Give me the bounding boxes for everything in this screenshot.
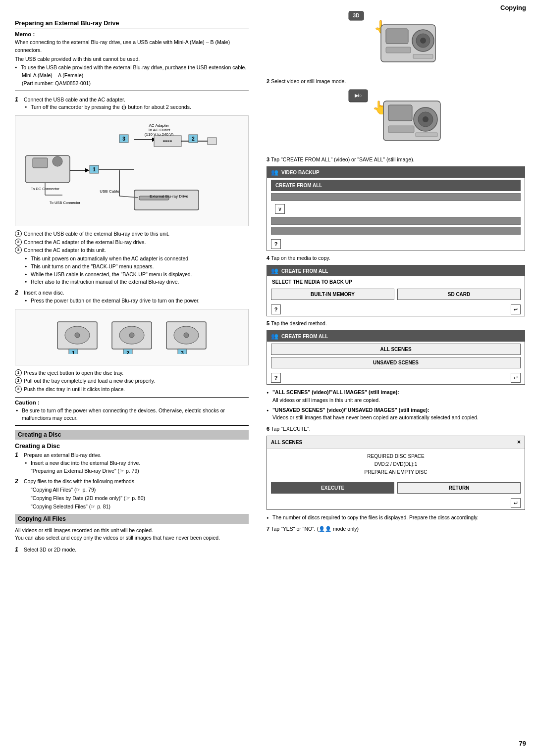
camera-mode-svg: ▶/○ 👆 bbox=[346, 87, 445, 151]
ui4-footer: ↵ bbox=[267, 497, 525, 509]
right-step5: 5 Tap the desired method. bbox=[267, 320, 525, 326]
caution-box: Caution : Be sure to turn off the power … bbox=[15, 397, 249, 426]
ui-mockup3: 👥 CREATE FROM ALL ALL SCENES UNSAVED SCE… bbox=[267, 330, 525, 385]
camera-img2: ▶/○ 👆 bbox=[267, 87, 525, 151]
svg-rect-52 bbox=[386, 47, 411, 53]
disc-c3: 3 bbox=[15, 386, 22, 393]
ui2-question[interactable]: ? bbox=[271, 304, 281, 314]
copying-step1: 1 Select 3D or 2D mode. bbox=[15, 546, 249, 554]
ui1-chevron[interactable]: ∨ bbox=[275, 204, 285, 214]
cs1-ref: "Preparing an External Blu-ray Drive" (☞… bbox=[24, 467, 249, 475]
ui3-btn-unsaved[interactable]: UNSAVED SCENES bbox=[271, 357, 521, 368]
ui4-header: ALL SCENES bbox=[271, 440, 302, 445]
ui3-btn-allscenes[interactable]: ALL SCENES bbox=[271, 344, 521, 355]
right-step4: 4 Tap on the media to copy. bbox=[267, 255, 525, 261]
memo-indent1: Mini-A (Male) – A (Female) bbox=[15, 72, 249, 80]
ui4-close[interactable]: × bbox=[517, 439, 521, 446]
bullets-section: ● "ALL SCENES" (video)/"ALL IMAGES" (sti… bbox=[267, 389, 525, 422]
circle-item1: 1 Connect the USB cable of the external … bbox=[15, 230, 249, 238]
right-step5-num: 5 bbox=[267, 320, 269, 326]
ui3-back[interactable]: ↵ bbox=[511, 373, 521, 383]
right-step2-num: 2 bbox=[267, 78, 269, 84]
ui1-footer: ? bbox=[267, 238, 525, 251]
svg-text:3: 3 bbox=[181, 351, 184, 354]
ui4-btn-row: EXECUTE RETURN bbox=[271, 482, 521, 494]
svg-text:To AC Outlet: To AC Outlet bbox=[148, 128, 171, 132]
ui1-create-from-all[interactable]: CREATE FROM ALL bbox=[271, 180, 521, 191]
svg-rect-62 bbox=[388, 126, 414, 133]
ui1-icon: 👥 bbox=[271, 169, 278, 176]
left-column: Preparing an External Blu-ray Drive Memo… bbox=[0, 0, 258, 756]
ui4-btn-execute[interactable]: EXECUTE bbox=[271, 482, 394, 494]
svg-rect-58 bbox=[388, 105, 412, 121]
section1-title: Preparing an External Blu-ray Drive bbox=[15, 20, 249, 27]
step2-content: Insert a new disc. Press the power butto… bbox=[24, 289, 249, 305]
right-step6: 6 Tap "EXECUTE". bbox=[267, 426, 525, 432]
page-header: Copying bbox=[500, 4, 526, 11]
ui2-header-text: CREATE FROM ALL bbox=[281, 268, 328, 274]
cs1b1: Insert a new disc into the external Blu-… bbox=[24, 459, 249, 467]
svg-text:1: 1 bbox=[93, 167, 96, 172]
ui1-placeholder3 bbox=[271, 227, 521, 235]
circle-item3: 3 Connect the AC adapter to this unit. bbox=[15, 247, 249, 254]
ui1-header-text: VIDEO BACKUP bbox=[281, 170, 320, 175]
circle3: 3 bbox=[15, 247, 22, 253]
disc-diagram: 1 2 bbox=[15, 309, 249, 365]
ui2-btn-sdcard[interactable]: SD CARD bbox=[397, 289, 521, 300]
ui4-back[interactable]: ↵ bbox=[511, 498, 521, 508]
disc3: 3 bbox=[164, 319, 209, 355]
connection-diagram: AC Adapter To AC Outlet (110 V to 240 V)… bbox=[20, 121, 248, 220]
right-step6-text: Tap "EXECUTE". bbox=[271, 426, 311, 432]
allscenes-text: All videos or still images in this unit … bbox=[272, 397, 380, 403]
ui2-subtext: SELECT THE MEDIA TO BACK UP bbox=[267, 276, 525, 287]
svg-rect-48 bbox=[386, 29, 408, 44]
ui4-line1: REQUIRED DISC SPACE bbox=[272, 453, 520, 460]
creating-step1: 1 Prepare an external Blu-ray drive. Ins… bbox=[15, 452, 249, 475]
step2-bullet: Press the power button on the external B… bbox=[24, 297, 249, 305]
memo-box: Memo : When connecting to the external B… bbox=[15, 29, 249, 91]
right-step6-num: 6 bbox=[267, 426, 269, 432]
allscenes-label: "ALL SCENES" (video)/"ALL IMAGES" (still… bbox=[272, 389, 399, 395]
svg-point-31 bbox=[75, 333, 80, 338]
copying-step1-content: Select 3D or 2D mode. bbox=[24, 546, 249, 554]
memo-bullet1: To use the USB cable provided with the e… bbox=[15, 64, 249, 72]
circle1: 1 bbox=[15, 230, 22, 237]
ui2-icon: 👥 bbox=[271, 267, 278, 274]
svg-text:To USB Connector: To USB Connector bbox=[50, 201, 81, 205]
svg-rect-7 bbox=[208, 138, 216, 145]
memo-indent2: (Part number: QAM0852-001) bbox=[15, 80, 249, 88]
memo-line1: When connecting to the external Blu-ray … bbox=[15, 39, 249, 54]
ui2-btn-row: BUILT-IN MEMORY SD CARD bbox=[271, 289, 521, 300]
right-step7: 7 Tap "YES" or "NO". (👤👤 mode only) bbox=[267, 526, 525, 532]
ui1-question[interactable]: ? bbox=[271, 239, 281, 249]
right-step3-text: Tap "CREATE FROM ALL" (video) or "SAVE A… bbox=[271, 156, 414, 162]
camera-3d-svg: 3D 👆 bbox=[346, 10, 445, 74]
ui4-btn-return[interactable]: RETURN bbox=[397, 482, 521, 494]
ui2-btn-memory[interactable]: BUILT-IN MEMORY bbox=[271, 289, 394, 300]
copying-desc: All videos or still images recorded on t… bbox=[15, 527, 249, 543]
section2-title: Creating a Disc bbox=[15, 430, 249, 440]
step1-bullet: Turn off the camcorder by pressing the ⏻… bbox=[24, 103, 249, 111]
ui3-question[interactable]: ? bbox=[271, 373, 281, 383]
ui-mockup2: 👥 CREATE FROM ALL SELECT THE MEDIA TO BA… bbox=[267, 265, 525, 316]
right-column: 3D 👆 2 Select video or still image mode. bbox=[258, 0, 535, 756]
ui3-header-text: CREATE FROM ALL bbox=[281, 334, 328, 339]
step1: 1 Connect the USB cable and the AC adapt… bbox=[15, 96, 249, 112]
copying-step1-num: 1 bbox=[15, 546, 22, 553]
circle2: 2 bbox=[15, 239, 22, 246]
ui3-header: 👥 CREATE FROM ALL bbox=[267, 331, 525, 342]
svg-text:≡≡≡≡: ≡≡≡≡ bbox=[163, 139, 172, 144]
bullet-unsaved: ● "UNSAVED SCENES" (video)/"UNSAVED IMAG… bbox=[267, 406, 525, 422]
caution-title: Caution : bbox=[15, 400, 249, 405]
circle-item2: 2 Connect the AC adapter of the external… bbox=[15, 239, 249, 246]
ui-mockup1: 👥 VIDEO BACKUP CREATE FROM ALL ∨ ? bbox=[267, 166, 525, 251]
right-step7-num: 7 bbox=[267, 526, 269, 532]
camera-top-img: 3D 👆 bbox=[267, 10, 525, 74]
diagram-box: AC Adapter To AC Outlet (110 V to 240 V)… bbox=[15, 115, 249, 226]
step2-left: 2 Insert a new disc. Press the power but… bbox=[15, 289, 249, 305]
c3b4: Refer also to the instruction manual of … bbox=[24, 278, 249, 286]
cs2-item3: "Copying Selected Files" (☞ p. 81) bbox=[31, 503, 249, 511]
ui2-back[interactable]: ↵ bbox=[511, 304, 521, 314]
creating-step1-content: Prepare an external Blu-ray drive. Inser… bbox=[24, 452, 249, 475]
svg-point-51 bbox=[420, 38, 426, 44]
